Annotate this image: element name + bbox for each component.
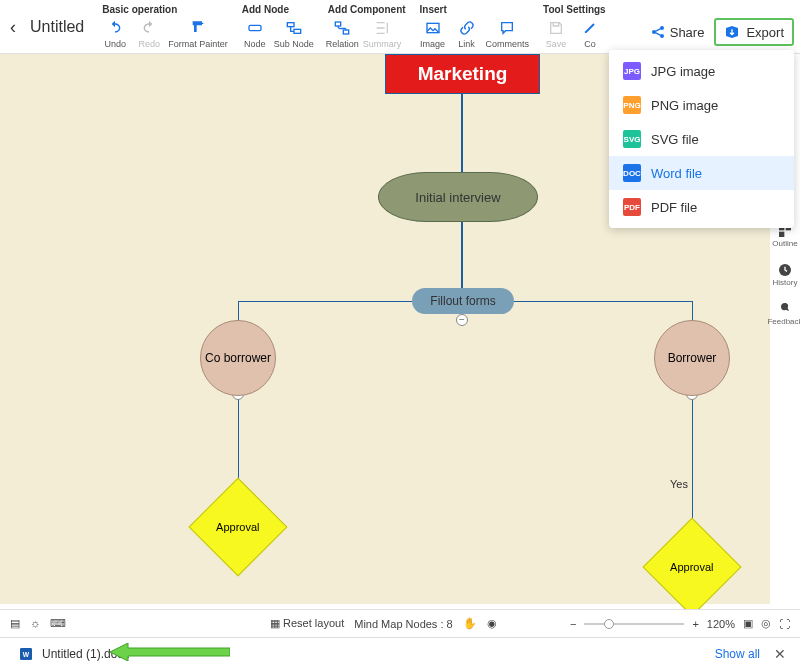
edge (692, 301, 693, 321)
format-painter-icon (189, 19, 207, 37)
node-co-borrower[interactable]: Co borrower (200, 320, 276, 396)
summary-icon (373, 19, 391, 37)
export-icon (724, 24, 740, 40)
zoom-slider[interactable] (584, 623, 684, 625)
hand-tool-icon[interactable]: ✋ (463, 617, 477, 630)
svg-marker-15 (110, 643, 230, 661)
link-button[interactable]: Link (452, 19, 482, 49)
subnode-icon (285, 19, 303, 37)
collaborate-button[interactable]: Co (575, 19, 605, 49)
zoom-value: 120% (707, 618, 735, 630)
node-approval-1[interactable]: Approval (189, 478, 288, 577)
svg-rect-1 (287, 23, 294, 27)
node-button[interactable]: Node (240, 19, 270, 49)
group-label-insert: Insert (418, 2, 530, 19)
fit-icon[interactable]: ▣ (743, 617, 753, 630)
redo-icon (140, 19, 158, 37)
png-file-icon: PNG (623, 96, 641, 114)
export-word[interactable]: DOCWord file (609, 156, 794, 190)
status-bar: ▤ ☼ ⌨ ▦ Reset layout Mind Map Nodes : 8 … (0, 609, 800, 637)
top-toolbar: ‹ Untitled Basic operation Undo Redo For… (0, 0, 800, 54)
export-jpg[interactable]: JPGJPG image (609, 54, 794, 88)
feedback-icon (777, 301, 793, 317)
node-fillout-forms[interactable]: Fillout forms (412, 288, 514, 314)
doc-file-icon: DOC (623, 164, 641, 182)
edge (238, 301, 239, 321)
back-icon[interactable]: ‹ (10, 17, 16, 38)
relation-button[interactable]: Relation (326, 19, 359, 49)
show-all-button[interactable]: Show all (715, 647, 760, 661)
export-png[interactable]: PNGPNG image (609, 88, 794, 122)
edge (514, 301, 692, 302)
export-pdf[interactable]: PDFPDF file (609, 190, 794, 224)
format-painter-button[interactable]: Format Painter (168, 19, 228, 49)
edge-label-yes: Yes (670, 478, 688, 490)
undo-button[interactable]: Undo (100, 19, 130, 49)
group-label-basic: Basic operation (100, 2, 228, 19)
document-title: Untitled (30, 18, 84, 36)
word-doc-icon: W (18, 646, 34, 662)
save-button[interactable]: Save (541, 19, 571, 49)
comments-icon (498, 19, 516, 37)
redo-button[interactable]: Redo (134, 19, 164, 49)
target-icon[interactable]: ◎ (761, 617, 771, 630)
edge (461, 94, 463, 172)
summary-button[interactable]: Summary (363, 19, 402, 49)
edge (238, 301, 413, 302)
node-icon (246, 19, 264, 37)
export-button[interactable]: Export (714, 18, 794, 46)
zoom-out-button[interactable]: − (570, 618, 576, 630)
export-svg[interactable]: SVGSVG file (609, 122, 794, 156)
comments-button[interactable]: Comments (486, 19, 530, 49)
share-icon (650, 24, 666, 40)
zoom-in-button[interactable]: + (692, 618, 698, 630)
share-button[interactable]: Share (650, 24, 705, 40)
close-download-bar[interactable]: ✕ (774, 646, 786, 662)
node-marketing[interactable]: Marketing (385, 54, 540, 94)
brightness-icon[interactable]: ☼ (30, 617, 40, 630)
group-label-tool: Tool Settings (541, 2, 606, 19)
relation-icon (333, 19, 351, 37)
save-icon (547, 19, 565, 37)
svg-file-icon: SVG (623, 130, 641, 148)
svg-rect-2 (294, 29, 301, 33)
zoom-thumb[interactable] (604, 619, 614, 629)
annotation-arrow (110, 643, 230, 661)
svg-rect-3 (336, 22, 341, 26)
node-approval-2[interactable]: Approval (643, 518, 742, 617)
image-button[interactable]: Image (418, 19, 448, 49)
screen-icon[interactable]: ▤ (10, 617, 20, 630)
view-icon[interactable]: ◉ (487, 617, 497, 630)
jpg-file-icon: JPG (623, 62, 641, 80)
collapse-toggle[interactable]: − (456, 314, 468, 326)
rail-history[interactable]: History (773, 262, 798, 287)
svg-rect-0 (249, 25, 261, 30)
svg-rect-4 (344, 30, 349, 34)
node-count-label: Mind Map Nodes : 8 (354, 618, 452, 630)
node-borrower[interactable]: Borrower (654, 320, 730, 396)
subnode-button[interactable]: Sub Node (274, 19, 314, 49)
rail-feedback[interactable]: Feedback (767, 301, 800, 326)
svg-rect-11 (779, 232, 784, 237)
reset-layout-button[interactable]: ▦ Reset layout (270, 617, 344, 630)
pdf-file-icon: PDF (623, 198, 641, 216)
group-label-addcomp: Add Component (326, 2, 406, 19)
pencil-icon (581, 19, 599, 37)
image-icon (424, 19, 442, 37)
group-label-addnode: Add Node (240, 2, 314, 19)
svg-text:W: W (23, 650, 30, 657)
keyboard-icon[interactable]: ⌨ (50, 617, 66, 630)
link-icon (458, 19, 476, 37)
edge (461, 222, 463, 288)
node-initial-interview[interactable]: Initial interview (378, 172, 538, 222)
fullscreen-icon[interactable]: ⛶ (779, 618, 790, 630)
undo-icon (106, 19, 124, 37)
export-dropdown: JPGJPG image PNGPNG image SVGSVG file DO… (609, 50, 794, 228)
history-icon (777, 262, 793, 278)
